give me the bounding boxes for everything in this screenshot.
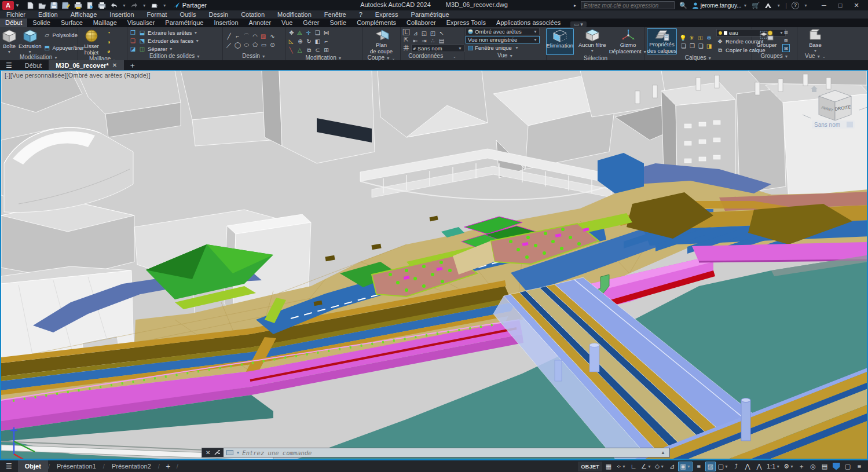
spline-icon[interactable]: ∿ [268,32,277,41]
rectangle-icon[interactable]: ▭ [259,41,268,49]
chevron-down-icon[interactable]: ▼ [804,3,808,8]
undo-dropdown-icon[interactable]: ▼ [122,3,126,8]
base-view-button[interactable]: Base▼ [801,28,830,53]
copy-icon[interactable]: ❏ [313,28,322,37]
ucs-object-icon[interactable]: ◰ [428,29,437,36]
lineweight-toggle[interactable]: ≡ [694,462,704,471]
ribbon-display-toggle[interactable]: ▭ ▾ [570,21,587,27]
ribbon-tab-applications[interactable]: Applications associées [491,19,566,27]
menu-format[interactable]: Format [141,11,174,18]
new-drawing-icon[interactable]: ＋ [124,60,141,70]
menu-parametrique[interactable]: Paramétrique [405,11,456,18]
ellipse-icon[interactable]: ⬭ [242,41,251,49]
customize-wrench-icon[interactable] [214,449,220,456]
panel-title-coordonnees[interactable]: Coordonnées ⌄ [401,53,464,60]
ribbon-tab-maillage[interactable]: Maillage [88,19,122,27]
circle-icon[interactable]: ◯ [233,41,242,49]
recent-commands-icon[interactable] [226,450,233,455]
align-icon[interactable]: △ [296,46,303,54]
menu-edition[interactable]: Edition [32,11,64,18]
panel-title-groupes[interactable]: Groupes ▼ [752,53,797,60]
save-as-icon[interactable] [62,2,70,9]
scale-icon[interactable]: ⧉ [305,46,313,54]
panel-title-dessin[interactable]: Dessin ▼ [223,53,285,60]
extract-edges-button[interactable]: ⬓Extraire les arêtes▼ [138,29,199,36]
polygon-icon[interactable]: ⬠ [251,41,259,49]
trim-icon[interactable]: ⊂ [313,46,322,54]
rotate-3d-icon[interactable]: ⟁ [296,28,303,37]
ungroup-icon[interactable]: ⧈ [782,29,790,36]
ribbon-tab-sortie[interactable]: Sortie [324,19,351,27]
layout-menu-icon[interactable]: ☰ [0,460,18,472]
viewport-controls[interactable]: [-][Vue personnalisée][Ombré avec arêtes… [5,72,151,79]
menu-cotation[interactable]: Cotation [235,11,271,18]
explode-icon[interactable]: ⊞ [322,46,331,54]
panel-title-edition-solides[interactable]: Edition de solides ▼ [127,53,222,60]
undo-icon[interactable] [110,2,118,9]
mesh-refine-icon[interactable]: ◔ [105,30,112,36]
view-name-text[interactable]: Sans nom [814,122,840,128]
box-button[interactable]: Boîte▼ [2,28,17,54]
group-select-toggle-icon[interactable]: ⧆ [782,44,790,52]
plot-icon[interactable] [74,2,82,9]
file-tab-menu-icon[interactable]: ☰ [0,60,18,70]
polyline-icon[interactable]: ⌐ [233,32,242,41]
ribbon-tab-parametrique[interactable]: Paramétrique [160,19,208,27]
annotation-autoscale-toggle[interactable]: ⋀ [754,462,764,471]
transparency-toggle[interactable]: ▨ [705,462,716,471]
ucs-y-icon[interactable]: ⇥ [420,36,428,44]
menu-affichage[interactable]: Affichage [64,11,104,18]
extrusion-button[interactable]: Extrusion▼ [19,28,42,54]
ribbon-tab-collaborer[interactable]: Collaborer [401,19,441,27]
search-icon[interactable]: 🔍 [679,2,687,9]
point-icon[interactable]: ⊙ [268,41,277,49]
plot-status-icon[interactable]: ▤ [819,462,830,471]
drawing-canvas[interactable]: AVANT DROITE Sans nom [1,71,867,459]
3dmove-icon[interactable]: ✛ [305,28,312,37]
union-icon[interactable]: ❐ [129,30,137,36]
menu-aide[interactable]: ? [353,11,369,18]
extrude-faces-button[interactable]: ⬔Extruder des faces▼ [138,37,199,45]
view-label-dropdown[interactable] [847,122,853,127]
grid-toggle[interactable]: ▦ [603,462,614,471]
panel-title-vue-droite[interactable]: Vue ▼ ⌄ [797,53,833,60]
model-tab[interactable]: Objet [18,460,48,472]
share-button[interactable]: Partager [173,2,207,9]
panel-title-selection[interactable]: Sélection [547,55,644,62]
ribbon-tab-gerer[interactable]: Gérer [298,19,324,27]
filter-button[interactable]: Aucun filtre▼ [578,28,606,55]
xline-icon[interactable]: ／ [225,41,233,49]
ucs-z-icon[interactable]: ⭦ [437,29,446,36]
ucs-named-icon[interactable]: ▤ [437,36,446,44]
print-icon[interactable] [98,2,106,9]
mesh-add-icon[interactable]: ◑ [105,39,112,45]
menu-modification[interactable]: Modification [271,11,318,18]
command-line[interactable]: ✕ ▼ ▲ [202,448,670,458]
chamfer-icon[interactable]: ⌐ [322,37,331,46]
ribbon-tab-insertion[interactable]: Insertion [208,19,243,27]
layer-thaw-icon[interactable]: ◨ [705,42,713,50]
panel-title-coupe[interactable]: Coupe ▼ ⌄ [362,54,400,62]
autocad-logo[interactable]: A [2,1,14,10]
view-dropdown[interactable]: Vue non enregistrée▼ [466,36,540,43]
section-icon[interactable]: ◧ [313,37,322,46]
customization-plus[interactable]: ＋ [796,462,807,471]
space-toggle-button[interactable]: OBJET [578,462,602,471]
command-input[interactable] [242,449,658,456]
new-file-icon[interactable] [27,2,34,9]
arc-icon[interactable]: ⌒ [242,32,251,41]
ucs-previous-icon[interactable]: ⇱ [402,36,410,43]
snap-toggle[interactable]: ⁘▼ [615,462,627,471]
close-button[interactable]: ✕ [848,2,865,9]
ortho-toggle[interactable]: ∟ [628,462,639,471]
smooth-object-button[interactable]: Lisserl'objet [80,28,103,56]
panel-title-vue-gauche[interactable]: Vue ▼ [464,52,546,60]
workspace-switching-gear[interactable]: ⚙▼ [782,462,795,471]
ucs-origin-icon[interactable]: 井 [402,44,410,52]
layer-off-icon[interactable]: 💡 [679,34,687,42]
polar-tracking-toggle[interactable]: ∠▼ [640,462,653,471]
menu-express[interactable]: Express [369,11,405,18]
panel-title-modification[interactable]: Modification ▼ [285,54,362,62]
graphics-performance-shield[interactable]: ✓ [831,462,841,471]
chevron-down-icon[interactable]: ▼ [15,3,20,8]
